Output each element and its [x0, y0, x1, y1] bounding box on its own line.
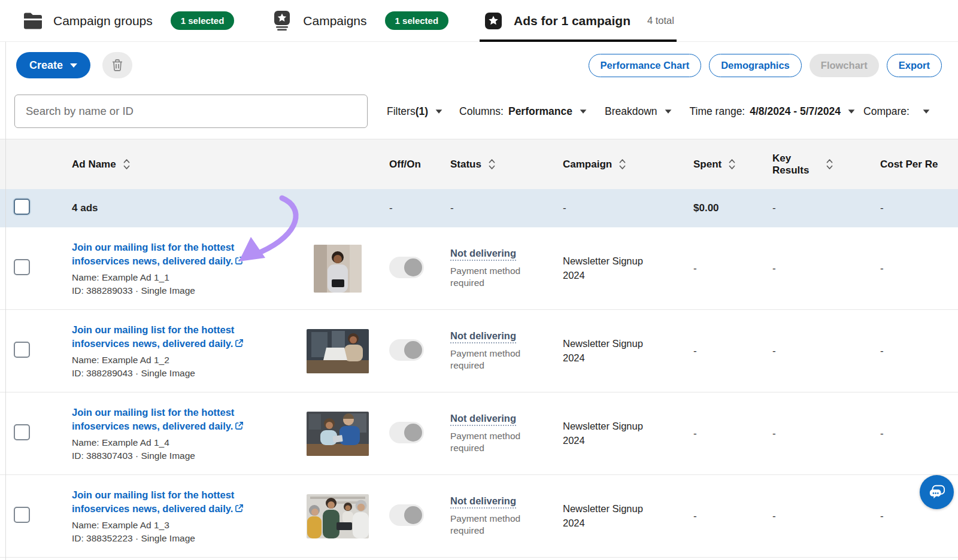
ad-id: ID: 388289043 · Single Image — [72, 368, 290, 379]
folder-icon — [23, 12, 43, 30]
campaign-name: Newsletter Signup 2024 — [554, 419, 659, 448]
breakdown-dropdown[interactable]: Breakdown — [605, 105, 672, 118]
filters-label: Filters — [387, 105, 416, 118]
key-results-value: - — [741, 510, 834, 522]
table-row: Join our mailing list for the hottest in… — [0, 310, 958, 392]
ad-thumbnail[interactable] — [307, 494, 369, 538]
create-button[interactable]: Create — [16, 52, 90, 78]
time-range-dropdown[interactable]: Time range: 4/8/2024 - 5/7/2024 — [690, 105, 856, 118]
table-row: Join our mailing list for the hottest in… — [0, 392, 958, 475]
status-detail: Payment method required — [450, 348, 527, 372]
create-button-label: Create — [29, 59, 63, 72]
caret-down-icon — [70, 63, 77, 68]
ad-thumbnail[interactable] — [307, 412, 369, 456]
chat-bubbles-icon — [928, 484, 946, 501]
select-all-checkbox[interactable] — [14, 199, 30, 215]
compare-dropdown[interactable]: Compare: — [863, 105, 930, 118]
status-text[interactable]: Not delivering — [450, 413, 516, 426]
status-text[interactable]: Not delivering — [450, 495, 516, 509]
columns-label: Columns: — [459, 105, 504, 118]
header-key-results[interactable]: Key Results — [741, 153, 834, 176]
status-text[interactable]: Not delivering — [450, 248, 516, 261]
header-cost-per-result[interactable]: Cost Per Re — [834, 159, 958, 171]
performance-chart-button[interactable]: Performance Chart — [589, 54, 702, 77]
summary-cost-per-result: - — [834, 202, 958, 214]
table-header-row: Ad Name Off/On Status Campaign Spent Key… — [0, 139, 958, 189]
tab-campaigns[interactable]: Campaigns — [271, 0, 366, 42]
columns-value: Performance — [508, 105, 572, 118]
header-campaign[interactable]: Campaign — [554, 158, 663, 171]
summary-spent: $0.00 — [663, 202, 741, 214]
ad-name: Name: Example Ad 1_1 — [72, 272, 290, 283]
breakdown-label: Breakdown — [605, 105, 657, 118]
compare-label: Compare: — [863, 105, 910, 118]
toolbar-right-group: Performance Chart Demographics Flowchart… — [589, 54, 942, 77]
toggle-knob — [404, 424, 422, 442]
search-input[interactable] — [14, 95, 368, 128]
row-checkbox[interactable] — [14, 259, 30, 275]
help-chat-button[interactable] — [920, 475, 954, 509]
summary-label: 4 ads — [42, 202, 299, 214]
cost-per-result-value: - — [834, 345, 958, 357]
caret-down-icon — [848, 109, 855, 113]
summary-campaign: - — [554, 202, 663, 214]
cost-per-result-value: - — [834, 263, 958, 275]
star-badge-icon — [483, 11, 504, 31]
off-on-toggle[interactable] — [389, 339, 424, 361]
tab-campaign-groups[interactable]: Campaign groups — [23, 0, 153, 42]
table-row: Join our mailing list for the hottest in… — [0, 227, 958, 310]
key-results-value: - — [741, 428, 834, 440]
summary-status: - — [442, 202, 554, 214]
header-spent[interactable]: Spent — [663, 158, 741, 171]
header-status[interactable]: Status — [442, 158, 554, 171]
external-link-icon — [235, 256, 244, 265]
row-checkbox[interactable] — [14, 507, 30, 523]
level-tabs-bar: Campaign groups 1 selected Campaigns 1 s… — [0, 0, 958, 42]
ad-title-link[interactable]: Join our mailing list for the hottest in… — [72, 488, 259, 516]
off-on-toggle[interactable] — [389, 422, 424, 443]
cost-per-result-value: - — [834, 428, 958, 440]
columns-dropdown[interactable]: Columns: Performance — [459, 105, 587, 118]
summary-off-on: - — [376, 202, 442, 214]
sort-arrows-icon — [727, 158, 736, 171]
campaign-name: Newsletter Signup 2024 — [554, 254, 659, 283]
key-results-value: - — [741, 263, 834, 275]
header-ad-name[interactable]: Ad Name — [42, 158, 299, 171]
off-on-toggle[interactable] — [389, 257, 424, 278]
spent-value: - — [663, 263, 741, 275]
ad-name: Name: Example Ad 1_4 — [72, 437, 290, 448]
ad-thumbnail[interactable] — [314, 245, 362, 293]
star-pages-icon — [271, 10, 293, 32]
external-link-icon — [235, 504, 244, 513]
ad-name: Name: Example Ad 1_2 — [72, 355, 290, 366]
time-range-value: 4/8/2024 - 5/7/2024 — [750, 105, 841, 118]
ad-title-link[interactable]: Join our mailing list for the hottest in… — [72, 406, 259, 433]
campaign-name: Newsletter Signup 2024 — [554, 337, 659, 366]
ad-title-link[interactable]: Join our mailing list for the hottest in… — [72, 241, 259, 268]
ad-thumbnail[interactable] — [307, 329, 369, 373]
delete-button[interactable] — [102, 52, 132, 78]
tab-campaigns-label: Campaigns — [303, 14, 366, 28]
row-checkbox[interactable] — [14, 424, 30, 440]
status-detail: Payment method required — [450, 430, 527, 454]
summary-row: 4 ads - - - $0.00 - - — [0, 189, 958, 227]
sort-arrows-icon — [487, 158, 496, 171]
caret-down-icon — [436, 109, 442, 113]
header-off-on: Off/On — [376, 159, 442, 171]
tab-ads[interactable]: Ads for 1 campaign 4 total — [483, 0, 674, 42]
ad-title-link[interactable]: Join our mailing list for the hottest in… — [72, 323, 259, 351]
external-link-icon — [235, 421, 244, 430]
row-checkbox[interactable] — [14, 342, 30, 358]
ad-id: ID: 388307403 · Single Image — [72, 451, 290, 461]
summary-key-results: - — [741, 202, 834, 214]
status-text[interactable]: Not delivering — [450, 330, 516, 343]
filters-dropdown[interactable]: Filters(1) — [387, 105, 442, 118]
table-row: Join our mailing list for the hottest in… — [0, 475, 958, 558]
demographics-button[interactable]: Demographics — [709, 54, 802, 77]
toggle-knob — [404, 258, 422, 276]
time-range-label: Time range: — [690, 105, 745, 118]
toggle-knob — [404, 506, 422, 524]
spent-value: - — [663, 510, 741, 522]
export-button[interactable]: Export — [887, 54, 942, 77]
off-on-toggle[interactable] — [389, 504, 424, 526]
